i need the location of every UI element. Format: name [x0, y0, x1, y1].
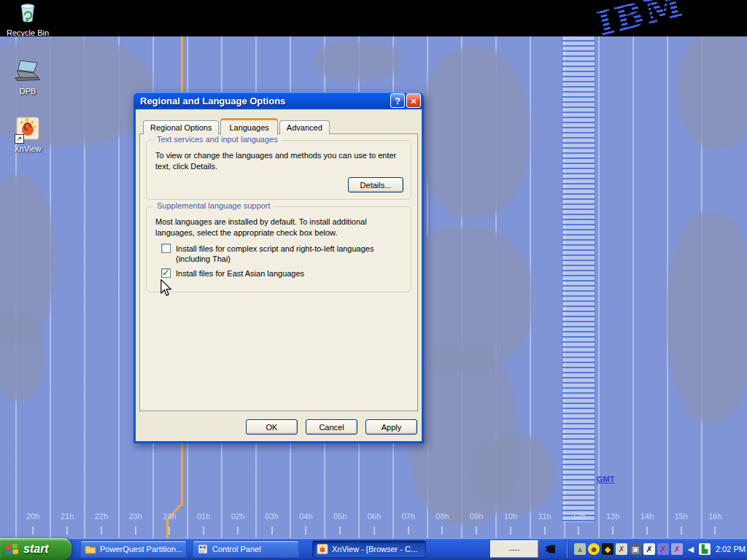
- windows-flag-icon: [5, 543, 19, 556]
- taskbar-task-xnview[interactable]: XnView - [Browser - C...: [312, 540, 426, 558]
- timezone-hour-label: 03h: [255, 512, 289, 521]
- timezone-hour-label: 22h: [85, 512, 119, 521]
- dialog-title: Regional and Language Options: [140, 96, 389, 106]
- taskbar: start PowerQuest Partition... Control Pa…: [0, 538, 747, 560]
- tray-icon[interactable]: ☻: [588, 543, 600, 555]
- taskbar-clock[interactable]: 2:02 PM: [713, 545, 747, 553]
- timezone-hour-label: 12h: [562, 512, 596, 521]
- top-banner-strip: Recycle Bin IBM: [0, 0, 747, 36]
- tray-icon[interactable]: ✗: [616, 543, 627, 555]
- ok-button[interactable]: OK: [246, 419, 298, 435]
- gmt-meridian-band: [562, 36, 595, 522]
- tray-icon[interactable]: ✗: [657, 543, 669, 555]
- group-description: Most languages are installed by default.…: [147, 207, 411, 238]
- timezone-hour-label: 02h: [221, 512, 255, 521]
- dialog-titlebar[interactable]: Regional and Language Options ? ×: [133, 92, 424, 109]
- tray-icon-list: ▲ ☻ ◆ ✗ ▣ ✗ ✗ ✗ ◀ ▙: [574, 543, 711, 555]
- languages-tab-page: Text services and input languages To vie…: [139, 133, 418, 411]
- orange-meridian-line: [181, 36, 183, 93]
- checkbox-complex-script[interactable]: ✓ Install files for complex script and r…: [161, 244, 403, 265]
- tab-advanced[interactable]: Advanced: [279, 120, 330, 134]
- desktop-screen: GMT 20h21h22h23h24h01h02h03h04h05h06h07h…: [0, 0, 747, 560]
- tray-icon[interactable]: ▲: [574, 543, 586, 555]
- xnview-icon: ↗: [16, 117, 39, 143]
- tray-icon[interactable]: ◀: [685, 543, 697, 555]
- group-legend: Supplemental language support: [154, 201, 273, 210]
- details-button[interactable]: Details...: [348, 177, 403, 192]
- icon-label: Recycle Bin: [7, 28, 49, 36]
- text-services-group: Text services and input languages To vie…: [146, 140, 411, 200]
- timezone-hour-label: 16h: [698, 512, 732, 521]
- task-label: PowerQuest Partition...: [100, 545, 182, 553]
- desktop-icon-recycle-bin[interactable]: Recycle Bin: [4, 1, 51, 36]
- tab-strip: Regional Options Languages Advanced: [143, 117, 331, 134]
- mouse-cursor: [160, 279, 172, 300]
- desktop-icon-dpb[interactable]: DPB: [4, 59, 51, 96]
- timezone-hour-label: 04h: [289, 512, 323, 521]
- map-landmass: [678, 36, 747, 149]
- tray-icon[interactable]: ◆: [602, 543, 614, 555]
- dialog-body: Regional Options Languages Advanced Text…: [136, 109, 422, 441]
- tray-icon[interactable]: ✗: [643, 543, 655, 555]
- map-landmass: [314, 41, 401, 81]
- checkbox-east-asian[interactable]: ✓ Install files for East Asian languages: [161, 268, 403, 279]
- laptop-icon: [14, 59, 42, 85]
- ibm-logo: IBM: [594, 0, 687, 36]
- task-label: XnView - [Browser - C...: [332, 545, 417, 553]
- orange-meridian-line: [181, 443, 183, 506]
- taskbar-task-powerquest[interactable]: PowerQuest Partition...: [80, 540, 187, 558]
- shortcut-arrow-icon: ↗: [15, 134, 24, 144]
- tray-icon[interactable]: ✗: [671, 543, 683, 555]
- power-plug-icon[interactable]: [544, 543, 560, 555]
- dialog-button-row: OK Cancel Apply: [246, 419, 417, 435]
- timezone-hour-label: 23h: [118, 512, 152, 521]
- timezone-scale: 20h21h22h23h24h01h02h03h04h05h06h07h08h0…: [0, 512, 747, 521]
- group-legend: Text services and input languages: [154, 135, 281, 144]
- cancel-button[interactable]: Cancel: [306, 419, 357, 435]
- start-label: start: [23, 542, 49, 556]
- timezone-hour-label: 14h: [630, 512, 665, 521]
- timezone-hour-label: 08h: [425, 512, 460, 521]
- tab-languages[interactable]: Languages: [220, 118, 277, 135]
- start-button[interactable]: start: [0, 538, 71, 560]
- timezone-hour-label: 01h: [187, 512, 221, 521]
- folder-icon: [85, 544, 96, 554]
- apply-button[interactable]: Apply: [365, 419, 417, 435]
- recycle-bin-icon: [17, 1, 39, 27]
- task-label: Control Panel: [212, 545, 261, 553]
- tray-icon[interactable]: ▣: [630, 543, 641, 555]
- icon-label: XnView: [14, 144, 41, 153]
- tray-icon[interactable]: ▙: [699, 543, 711, 555]
- xnview-icon: [317, 544, 328, 554]
- timezone-hour-label: 13h: [596, 512, 630, 521]
- regional-language-options-dialog: Regional and Language Options ? × Region…: [133, 92, 424, 443]
- help-button[interactable]: ?: [390, 93, 405, 108]
- checkbox-box[interactable]: ✓: [161, 268, 171, 278]
- desktop-icon-xnview[interactable]: ↗ XnView: [4, 117, 51, 153]
- deskband-toolbar[interactable]: ----: [490, 540, 538, 558]
- timezone-hour-label: 11h: [527, 512, 562, 521]
- checkbox-label: Install files for East Asian languages: [176, 268, 304, 279]
- icon-label: DPB: [20, 87, 36, 96]
- timezone-hour-label: 10h: [494, 512, 528, 521]
- timezone-hour-label: 21h: [50, 512, 85, 521]
- close-button[interactable]: ×: [406, 93, 421, 108]
- taskbar-task-control-panel[interactable]: Control Panel: [193, 540, 299, 558]
- timezone-hour-label: 09h: [460, 512, 494, 521]
- checkbox-label: Install files for complex script and rig…: [176, 244, 403, 265]
- system-tray: ▲ ☻ ◆ ✗ ▣ ✗ ✗ ✗ ◀ ▙: [568, 540, 747, 558]
- timezone-hour-label: 05h: [323, 512, 357, 521]
- map-landmass: [419, 47, 529, 219]
- gmt-label: GMT: [597, 475, 614, 483]
- timezone-hour-label: 06h: [357, 512, 392, 521]
- timezone-hour-label: 15h: [664, 512, 698, 521]
- map-landmass: [474, 434, 554, 514]
- checkbox-box[interactable]: ✓: [161, 244, 171, 253]
- map-landmass: [0, 314, 44, 401]
- timezone-hour-label: 20h: [16, 512, 50, 521]
- supplemental-language-group: Supplemental language support Most langu…: [146, 206, 411, 292]
- map-landmass: [667, 211, 747, 423]
- timezone-hour-label: 24h: [152, 512, 187, 521]
- tab-regional-options[interactable]: Regional Options: [143, 120, 219, 134]
- group-description: To view or change the languages and meth…: [147, 141, 411, 172]
